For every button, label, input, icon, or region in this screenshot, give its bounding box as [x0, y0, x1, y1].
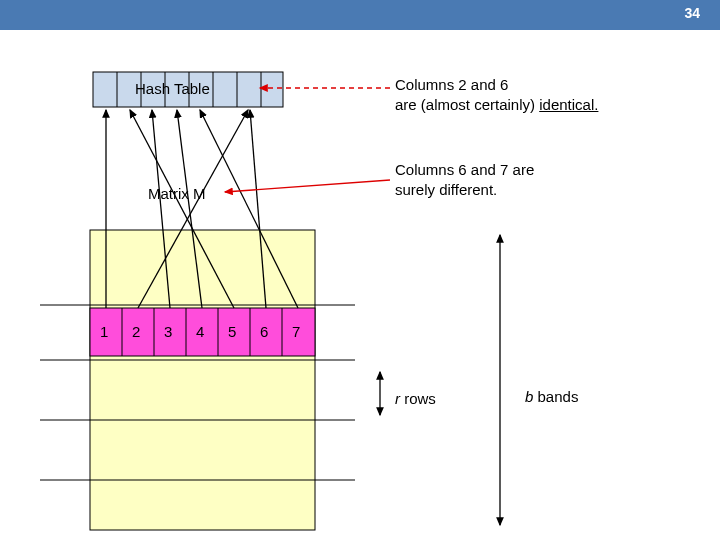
col-num-1: 1: [100, 323, 108, 340]
note-columns-6-7: Columns 6 and 7 are surely different.: [395, 160, 534, 199]
col-num-5: 5: [228, 323, 236, 340]
note1-line1: Columns 2 and 6: [395, 76, 508, 93]
hash-table-label: Hash Table: [135, 80, 210, 97]
col-num-4: 4: [196, 323, 204, 340]
col-num-3: 3: [164, 323, 172, 340]
matrix-m-label: Matrix M: [148, 185, 206, 202]
col-num-6: 6: [260, 323, 268, 340]
b-bands-i: b: [525, 388, 533, 405]
b-bands-label: b bands: [525, 388, 578, 405]
b-bands-n: bands: [538, 388, 579, 405]
note2-pointer: [225, 180, 390, 192]
note1-line2a: are (almost certainly): [395, 96, 539, 113]
note2-line1: Columns 6 and 7 are: [395, 161, 534, 178]
col-num-2: 2: [132, 323, 140, 340]
diagram-canvas: [0, 0, 720, 540]
note2-line2: surely different.: [395, 181, 497, 198]
r-rows-i: r: [395, 390, 400, 407]
col-num-7: 7: [292, 323, 300, 340]
r-rows-n: rows: [404, 390, 436, 407]
note1-line2b: identical.: [539, 96, 598, 113]
note-columns-2-6: Columns 2 and 6 are (almost certainly) i…: [395, 75, 598, 114]
r-rows-label: r rows: [395, 390, 436, 407]
